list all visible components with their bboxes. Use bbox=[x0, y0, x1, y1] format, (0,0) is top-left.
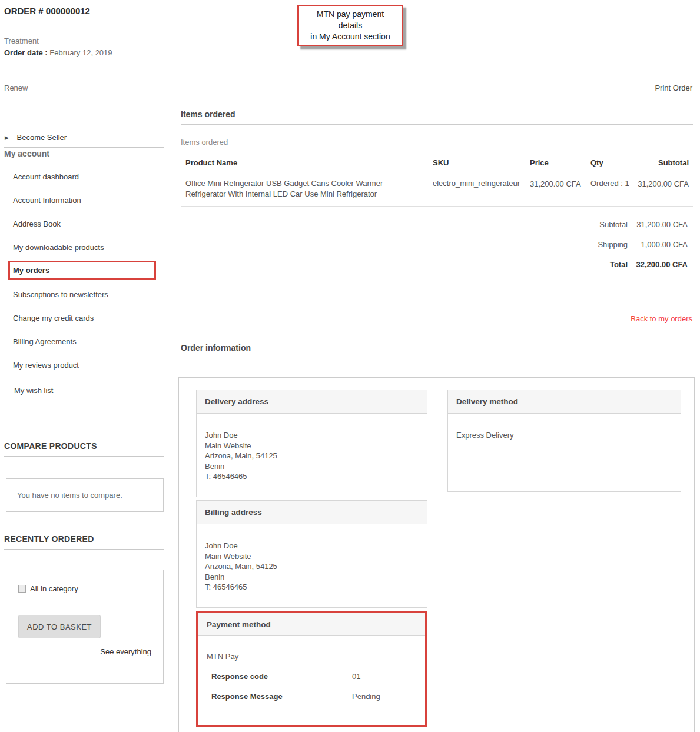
delivery-method-title: Delivery method bbox=[448, 390, 681, 414]
payment-method-title: Payment method bbox=[198, 613, 425, 636]
print-order-link[interactable]: Print Order bbox=[655, 84, 692, 92]
compare-empty-message: You have no items to compare. bbox=[17, 491, 122, 500]
column-header-product-name: Product Name bbox=[185, 158, 237, 167]
section-divider bbox=[181, 330, 693, 330]
all-in-category-checkbox-row[interactable]: All in category bbox=[18, 584, 78, 593]
become-seller-label: Become Seller bbox=[17, 133, 67, 142]
order-date-label: Order date : bbox=[4, 48, 48, 57]
delivery-address-box: Delivery address John Doe Main Website A… bbox=[196, 390, 427, 497]
totals-total-value: 32,200.00 CFA bbox=[622, 260, 688, 269]
delivery-method-box: Delivery method Express Delivery bbox=[447, 390, 681, 492]
sidebar-item-account-dashboard[interactable]: Account dashboard bbox=[13, 172, 79, 181]
items-ordered-section-title: Items ordered bbox=[181, 109, 693, 125]
response-code-value: 01 bbox=[352, 672, 360, 681]
sidebar-divider bbox=[4, 147, 164, 148]
order-date-value: February 12, 2019 bbox=[49, 48, 112, 57]
sidebar-item-address-book[interactable]: Address Book bbox=[13, 219, 61, 228]
address-line: Arizona, Main, 54125 bbox=[205, 561, 419, 572]
order-information-section-title: Order information bbox=[181, 343, 693, 358]
sidebar-item-my-downloadable-products[interactable]: My downloadable products bbox=[13, 243, 104, 252]
cell-product-name: Office Mini Refrigerator USB Gadget Cans… bbox=[185, 178, 424, 199]
delivery-address-body: John Doe Main Website Arizona, Main, 541… bbox=[197, 414, 427, 490]
totals-shipping-label: Shipping bbox=[557, 240, 628, 249]
response-code-label: Response code bbox=[211, 672, 268, 681]
address-line: T: 46546465 bbox=[205, 471, 419, 482]
payment-field-row: Response Message Pending bbox=[198, 692, 425, 701]
annotation-line-1: MTN pay payment details bbox=[304, 9, 397, 31]
sidebar-item-account-information[interactable]: Account Information bbox=[13, 196, 81, 205]
totals-shipping-value: 1,000.00 CFA bbox=[622, 240, 688, 249]
address-line: Arizona, Main, 54125 bbox=[205, 451, 419, 461]
totals-subtotal-value: 31,200.00 CFA bbox=[622, 220, 688, 229]
cell-sku: electro_mini_refrigerateur bbox=[433, 179, 520, 188]
sidebar-item-my-reviews-product[interactable]: My reviews product bbox=[13, 361, 79, 370]
payment-field-row: Response code 01 bbox=[198, 672, 425, 681]
sidebar-my-account-header: My account bbox=[4, 149, 49, 158]
address-line: John Doe bbox=[205, 541, 419, 551]
delivery-address-title: Delivery address bbox=[197, 390, 427, 414]
table-row-divider bbox=[181, 206, 693, 207]
cell-price: 31,200.00 CFA bbox=[530, 179, 581, 188]
recently-ordered-header: RECENTLY ORDERED bbox=[4, 534, 94, 544]
totals-subtotal-label: Subtotal bbox=[557, 220, 628, 229]
payment-method-box: Payment method MTN Pay Response code 01 … bbox=[196, 611, 427, 727]
sidebar-item-change-credit-cards[interactable]: Change my credit cards bbox=[13, 314, 94, 322]
items-ordered-caption: Items ordered bbox=[181, 138, 228, 147]
column-header-qty: Qty bbox=[590, 158, 603, 167]
cell-subtotal: 31,200.00 CFA bbox=[623, 179, 689, 188]
sidebar-item-my-wish-list[interactable]: My wish list bbox=[14, 386, 53, 395]
response-message-value: Pending bbox=[352, 692, 380, 701]
sidebar-item-billing-agreements[interactable]: Billing Agreements bbox=[13, 337, 77, 346]
address-line: Benin bbox=[205, 461, 419, 472]
back-to-my-orders-link[interactable]: Back to my orders bbox=[631, 314, 692, 323]
annotation-line-2: in My Account section bbox=[304, 31, 397, 42]
address-line: Main Website bbox=[205, 441, 419, 451]
response-message-label: Response Message bbox=[211, 692, 283, 701]
address-line: John Doe bbox=[205, 430, 419, 441]
order-status: Treatment bbox=[4, 36, 39, 45]
chevron-right-icon: ▶ bbox=[5, 135, 9, 141]
sidebar-item-my-orders[interactable]: My orders bbox=[13, 266, 49, 275]
order-date: Order date : February 12, 2019 bbox=[4, 48, 112, 57]
sidebar-item-become-seller[interactable]: ▶ Become Seller bbox=[5, 133, 67, 142]
annotation-callout: MTN pay payment details in My Account se… bbox=[297, 5, 403, 46]
billing-address-title: Billing address bbox=[197, 501, 427, 524]
renew-link[interactable]: Renew bbox=[4, 84, 28, 92]
all-in-category-label: All in category bbox=[30, 584, 78, 593]
billing-address-box: Billing address John Doe Main Website Ar… bbox=[196, 500, 427, 608]
page-title: ORDER # 000000012 bbox=[4, 6, 90, 16]
address-line: Main Website bbox=[205, 551, 419, 562]
column-header-sku: SKU bbox=[433, 158, 449, 167]
column-header-price: Price bbox=[530, 158, 549, 167]
add-to-basket-button[interactable]: ADD TO BASKET bbox=[18, 615, 101, 638]
see-everything-link[interactable]: See everything bbox=[100, 647, 151, 656]
delivery-method-value: Express Delivery bbox=[448, 414, 681, 449]
recently-ordered-box: All in category ADD TO BASKET See everyt… bbox=[6, 570, 164, 684]
address-line: Benin bbox=[205, 572, 419, 583]
checkbox-icon[interactable] bbox=[18, 585, 26, 593]
table-header-divider bbox=[181, 172, 693, 172]
payment-method-name: MTN Pay bbox=[198, 636, 425, 661]
compare-header-underline bbox=[4, 456, 164, 457]
compare-empty-box: You have no items to compare. bbox=[6, 478, 164, 512]
address-line: T: 46546465 bbox=[205, 582, 419, 593]
billing-address-body: John Doe Main Website Arizona, Main, 541… bbox=[197, 524, 427, 601]
order-details-page: ORDER # 000000012 Treatment Order date :… bbox=[0, 0, 700, 732]
totals-total-label: Total bbox=[557, 260, 628, 269]
recently-ordered-underline bbox=[4, 549, 164, 550]
compare-products-header: COMPARE PRODUCTS bbox=[4, 441, 97, 451]
column-header-subtotal: Subtotal bbox=[623, 158, 689, 167]
sidebar-item-subscriptions[interactable]: Subscriptions to newsletters bbox=[13, 290, 108, 299]
